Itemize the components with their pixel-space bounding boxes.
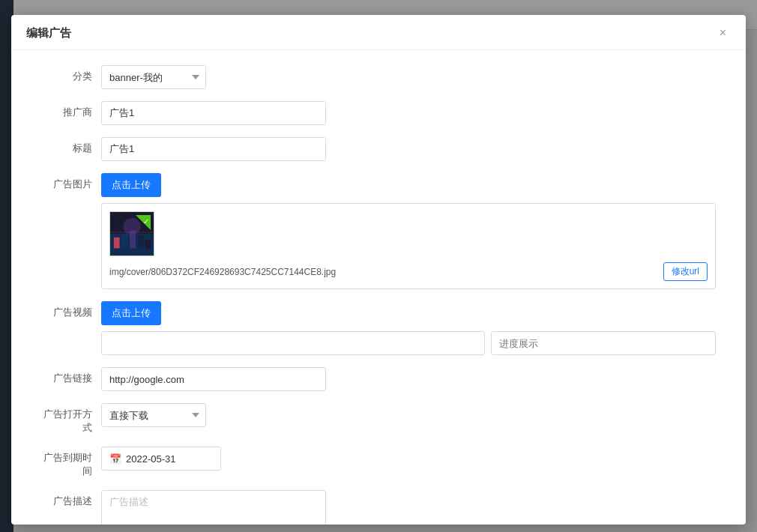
image-url-text: img/cover/806D372CF246928693C7425CC7144C… <box>109 267 657 277</box>
title-input[interactable] <box>101 137 326 161</box>
modal-close-button[interactable]: × <box>715 25 731 40</box>
ad-open-label: 广告打开方式 <box>41 403 101 435</box>
ad-video-row: 广告视频 点击上传 <box>41 301 716 355</box>
advertiser-row: 推广商 <box>41 101 716 125</box>
svg-rect-6 <box>138 235 144 248</box>
edit-ad-modal: 编辑广告 × 分类 banner-我的 banner-首页 banner-其他 … <box>11 15 746 525</box>
title-label: 标题 <box>41 137 101 155</box>
ad-link-label: 广告链接 <box>41 367 101 385</box>
ad-desc-textarea[interactable] <box>101 490 326 525</box>
video-progress-input[interactable] <box>491 331 716 355</box>
upload-video-button[interactable]: 点击上传 <box>101 301 161 325</box>
ad-open-control: 直接下载 新窗口打开 当前窗口 <box>101 403 326 427</box>
ad-link-row: 广告链接 <box>41 367 716 391</box>
ad-link-input[interactable] <box>101 367 326 391</box>
svg-rect-5 <box>130 230 136 248</box>
ad-image-row: 广告图片 点击上传 <box>41 173 716 289</box>
modal-title: 编辑广告 <box>26 26 71 40</box>
ad-image-control: 点击上传 <box>101 173 716 289</box>
svg-rect-3 <box>114 238 120 249</box>
date-value: 2022-05-31 <box>126 453 176 465</box>
ad-open-row: 广告打开方式 直接下载 新窗口打开 当前窗口 <box>41 403 716 435</box>
ad-image-label: 广告图片 <box>41 173 101 191</box>
svg-rect-4 <box>121 234 127 248</box>
image-thumbnail <box>109 211 154 256</box>
modal-header: 编辑广告 × <box>11 15 746 50</box>
ad-desc-row: 广告描述 <box>41 490 716 525</box>
modal-overlay: 编辑广告 × 分类 banner-我的 banner-首页 banner-其他 … <box>0 0 757 532</box>
category-select[interactable]: banner-我的 banner-首页 banner-其他 <box>101 65 206 89</box>
upload-image-button[interactable]: 点击上传 <box>101 173 161 197</box>
ad-expire-label: 广告到期时间 <box>41 447 101 478</box>
date-picker[interactable]: 📅 2022-05-31 <box>101 447 221 471</box>
video-url-input[interactable] <box>101 331 485 355</box>
advertiser-input[interactable] <box>101 101 326 125</box>
title-row: 标题 <box>41 137 716 161</box>
calendar-icon: 📅 <box>109 453 121 465</box>
ad-open-select[interactable]: 直接下载 新窗口打开 当前窗口 <box>101 403 206 427</box>
ad-expire-row: 广告到期时间 📅 2022-05-31 <box>41 447 716 478</box>
ad-desc-label: 广告描述 <box>41 490 101 508</box>
advertiser-label: 推广商 <box>41 101 101 119</box>
title-control <box>101 137 326 161</box>
image-upload-area: img/cover/806D372CF246928693C7425CC7144C… <box>101 203 716 289</box>
ad-link-control <box>101 367 326 391</box>
modify-url-button[interactable]: 修改url <box>663 262 708 281</box>
category-label: 分类 <box>41 65 101 83</box>
category-control: banner-我的 banner-首页 banner-其他 <box>101 65 326 89</box>
ad-video-label: 广告视频 <box>41 301 101 319</box>
image-url-row: img/cover/806D372CF246928693C7425CC7144C… <box>109 262 708 281</box>
ad-desc-control <box>101 490 326 525</box>
category-row: 分类 banner-我的 banner-首页 banner-其他 <box>41 65 716 89</box>
advertiser-control <box>101 101 326 125</box>
ad-expire-control: 📅 2022-05-31 <box>101 447 326 471</box>
video-input-row <box>101 331 716 355</box>
modal-body: 分类 banner-我的 banner-首页 banner-其他 推广商 <box>11 50 746 525</box>
ad-video-control: 点击上传 <box>101 301 716 355</box>
svg-rect-7 <box>145 240 151 249</box>
